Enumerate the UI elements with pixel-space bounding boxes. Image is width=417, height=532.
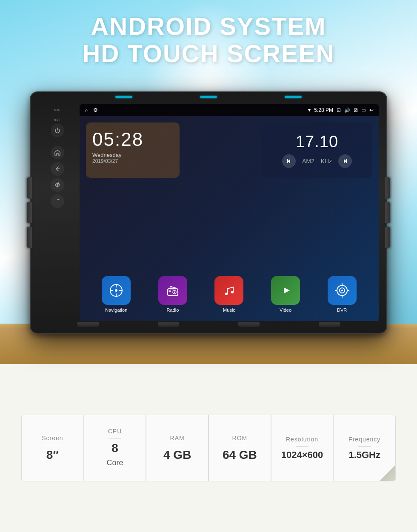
music-icon [214,276,243,305]
main-screen: ⌂ ⚙ ▾ 5:28 PM ⊡ 🔊 ⊠ ▭ ↩ 05:28 We [80,104,379,321]
led-2 [200,96,217,98]
volume-up-button[interactable] [51,178,64,192]
app-dvr[interactable]: DVR [328,276,357,313]
clock-widget: 05:28 Wednesday 2019/03/27 [86,122,180,178]
bottom-bracket-4 [319,322,340,327]
bracket-r3 [385,227,390,248]
radio-next-button[interactable] [338,154,352,168]
svg-rect-11 [169,287,176,290]
paper-curl [379,464,396,481]
spec-screen-label: Screen [42,435,63,441]
spec-cpu-divider [109,438,121,438]
bottom-bracket-1 [77,322,99,327]
spec-ram-value: 4 GB [163,449,191,462]
status-bar-right: ▾ 5:28 PM ⊡ 🔊 ⊠ ▭ ↩ [308,107,374,113]
spec-cpu: CPU 8Core [84,415,146,481]
wifi-icon: ▾ [308,107,311,113]
left-control-panel: MIC RST [38,104,77,321]
spec-resolution-label: Resolution [286,436,318,443]
title-line1: ANDROID SYSTEM [0,13,417,40]
volume-icon: 🔊 [344,108,350,113]
volume-down-button[interactable] [51,194,64,208]
camera-icon: ⊡ [337,107,341,113]
spec-frequency-divider [358,446,371,447]
bottom-brackets [31,322,386,327]
app-video[interactable]: Video [271,276,300,313]
home-screen: 05:28 Wednesday 2019/03/27 17.10 [80,116,379,321]
led-1 [115,96,132,98]
side-right-brackets [385,177,390,248]
spec-frequency-value: 1.5GHz [348,450,380,460]
navigation-icon [102,276,131,305]
close-box-icon: ⊠ [354,107,358,113]
clock-day: Wednesday [92,152,173,158]
video-label: Video [280,307,291,313]
radio-band-row: AM2 KHz [282,154,352,168]
navigation-label: Navigation [105,307,127,313]
radio-band: AM2 [302,158,314,165]
app-music[interactable]: Music [214,276,243,313]
radio-app-label: Radio [167,307,179,313]
spec-ram-label: RAM [170,435,185,441]
bracket-2 [27,202,32,223]
app-radio[interactable]: Radio [158,276,187,313]
spec-ram: RAM 4 GB [146,415,208,481]
spec-rom: ROM 64 GB [208,415,271,481]
app-row: Navigation [80,276,379,313]
spec-rom-label: ROM [232,435,248,441]
spec-ram-divider [171,445,184,445]
radio-widget: 17.10 AM2 KHz [262,122,372,178]
back-nav-icon: ↩ [369,107,374,113]
home-status-icon: ⌂ [85,107,88,114]
screen-icon: ▭ [361,107,366,113]
svg-point-5 [115,289,117,292]
radio-frequency: 17.10 [296,133,338,151]
title-area: ANDROID SYSTEM HD TOUCH SCREEN [0,13,417,67]
dvr-label: DVR [337,307,347,313]
bracket-3 [27,227,32,248]
bottom-bracket-3 [238,322,260,327]
home-button[interactable] [51,146,64,159]
spec-cpu-label: CPU [108,428,122,435]
side-left-brackets [27,177,32,248]
specs-section: Screen 8″ CPU 8Core RAM 4 GB ROM 64 GB R… [0,364,417,532]
rst-label: RST [54,118,61,121]
spec-rom-divider [233,445,246,445]
spec-screen-value: 8″ [46,449,59,462]
status-bar: ⌂ ⚙ ▾ 5:28 PM ⊡ 🔊 ⊠ ▭ ↩ [80,104,379,116]
radio-prev-button[interactable] [282,154,296,168]
spec-rom-value: 64 GB [223,449,257,462]
mic-label: MIC [54,108,61,111]
radio-icon [158,276,187,305]
video-icon [271,276,300,305]
power-button[interactable] [51,124,64,137]
spec-frequency: Frequency 1.5GHz [333,415,396,481]
spec-resolution: Resolution 1024×600 [271,415,334,481]
bracket-r1 [385,177,390,199]
svg-rect-1 [287,159,288,163]
title-line2: HD TOUCH SCREEN [0,40,417,67]
status-bar-left: ⌂ ⚙ [85,107,98,114]
svg-rect-3 [346,159,347,163]
spec-resolution-value: 1024×600 [281,450,323,460]
app-navigation[interactable]: Navigation [102,276,131,313]
spec-screen: Screen 8″ [21,415,84,481]
radio-unit: KHz [321,158,332,165]
back-button[interactable] [51,162,64,176]
clock-date: 2019/03/27 [92,158,173,164]
car-stereo-device: MIC RST [30,91,387,334]
music-label: Music [223,307,235,313]
usb-icon: ⚙ [93,107,98,113]
dvr-icon [328,276,357,305]
bottom-bracket-2 [158,322,179,327]
device-shell: MIC RST [30,91,387,334]
bracket-r2 [385,202,390,223]
led-3 [285,96,302,98]
svg-point-16 [225,293,228,295]
spec-resolution-divider [296,446,308,447]
clock-time: 05:28 [92,129,173,150]
specs-grid: Screen 8″ CPU 8Core RAM 4 GB ROM 64 GB R… [21,415,396,481]
device-top-bar [82,96,335,98]
spec-cpu-value: 8Core [107,442,123,468]
spec-screen-divider [46,445,59,445]
